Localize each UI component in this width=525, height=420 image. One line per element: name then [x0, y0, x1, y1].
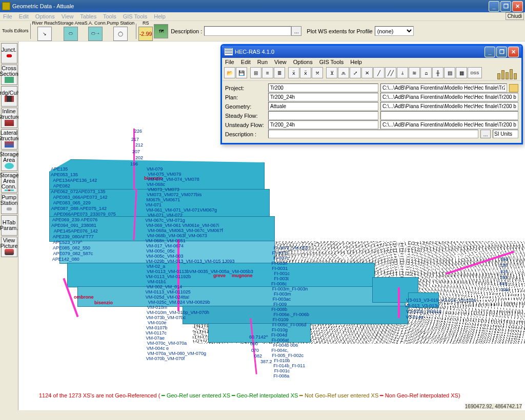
brdg-culv-button[interactable]: Brdg/Culv. — [1, 86, 17, 107]
hecras-maximize-button[interactable]: ❐ — [496, 47, 507, 57]
sa-label: FI-0109 — [273, 317, 289, 322]
chiudi-button[interactable]: Chiudi — [506, 12, 524, 20]
geometry-name-input[interactable] — [268, 102, 378, 111]
menu-tables[interactable]: Tables — [80, 13, 96, 19]
hr-menu-view[interactable]: View — [274, 59, 287, 65]
sa-label: VM-068b_VM-063f_VM-0673 — [147, 233, 207, 238]
prop-button[interactable]: ≋ — [409, 67, 420, 78]
inline-structure-button[interactable]: Inline Structure — [1, 108, 17, 128]
plan-path-input[interactable] — [380, 93, 518, 101]
unsteady-button[interactable]: ≣ — [274, 67, 285, 78]
map-button[interactable]: 🗺 — [154, 24, 168, 38]
menu-view[interactable]: View — [62, 13, 74, 19]
storage-area-side-button[interactable]: Storage Area — [1, 151, 17, 171]
storage-area-button[interactable]: ⬭ — [64, 27, 78, 41]
steady-name-input[interactable] — [268, 111, 378, 120]
sum-table-button[interactable]: ▤ — [444, 67, 455, 78]
view-picture-button[interactable]: View Picture — [1, 237, 17, 257]
hecras-icon — [225, 48, 233, 55]
description-more-button[interactable]: ... — [291, 26, 301, 36]
hr-menu-run[interactable]: Run — [257, 59, 268, 65]
hecras-close-button[interactable]: ✕ — [508, 47, 519, 57]
run1-button[interactable]: ẍ — [288, 67, 299, 78]
sa-conn-label: S.A. Conn. — [85, 21, 107, 26]
open-button[interactable]: 📂 — [224, 67, 235, 78]
sa-label: VM-070b_VM-070f — [146, 356, 185, 361]
rs-button[interactable]: -2.99 — [138, 27, 153, 41]
rating-button[interactable]: ⤢ — [350, 67, 361, 78]
project-path-input[interactable] — [380, 83, 507, 92]
menu-options[interactable]: Options — [35, 13, 55, 19]
desc-more-button[interactable]: ... — [480, 130, 491, 138]
hr-menu-file[interactable]: File — [225, 59, 234, 65]
pump-station-button[interactable]: ◯ — [113, 27, 128, 41]
p1-button[interactable]: ╱ — [373, 67, 385, 78]
hecras-minimize-button[interactable]: _ — [484, 47, 495, 57]
folder-icon[interactable] — [509, 84, 518, 92]
plan-name-input[interactable] — [268, 93, 378, 101]
profile-plot-button[interactable]: ⩕ — [338, 67, 349, 78]
prop2-button[interactable]: ⩍ — [420, 67, 432, 78]
sa-label: APE079_082_587c — [53, 251, 93, 256]
description-input[interactable] — [204, 26, 291, 36]
sa-label: V3-013_V3-013v — [405, 303, 439, 308]
unsteady-label: Unsteady Flow: — [225, 122, 266, 128]
sa-label: VM-070a_VM-080_VM-070g — [147, 351, 206, 356]
sa-label: VM-070c_VM-070a — [147, 341, 187, 346]
dss-button[interactable]: DSS — [468, 67, 482, 78]
storage-area-conn-icon — [5, 190, 14, 191]
maximize-button[interactable]: ❐ — [500, 1, 511, 12]
geom-button[interactable]: ⊞ — [250, 67, 261, 78]
hr-menu-help[interactable]: Help — [350, 59, 362, 65]
xyz-button[interactable]: ✕ — [361, 67, 373, 78]
sa-label: VM-071 — [146, 202, 162, 207]
desc-label: Description : — [225, 131, 266, 137]
junct-button[interactable]: Junct. — [1, 43, 17, 64]
sa-label: APE053_135 — [51, 172, 78, 177]
sa-label: VM-004c e — [147, 346, 169, 351]
xs-plot-button[interactable]: ⊻ — [326, 67, 337, 78]
menu-file[interactable]: File — [3, 13, 12, 19]
cross-section-button[interactable]: Cross Section — [1, 65, 17, 85]
desc-input[interactable] — [268, 130, 478, 138]
coords-readout: 1690472.92, 4864742.17 — [465, 404, 522, 409]
unsteady-path-input[interactable] — [380, 120, 518, 129]
sa-label: VM-0113_VM-011025 — [146, 289, 191, 295]
storage-area-conn-button[interactable]: Storage Area Conn. — [1, 172, 17, 193]
river-reach-button[interactable]: ↘ — [37, 27, 52, 41]
hydrograph-button[interactable]: ⫰ — [397, 67, 408, 78]
hr-menu-options[interactable]: Options — [293, 59, 313, 65]
hecras-titlebar[interactable]: HEC-RAS 4.1.0 _ ❐ ✕ — [222, 46, 521, 58]
htab-param-button[interactable]: HTab Param. — [1, 215, 17, 236]
p2-button[interactable]: ╱╱ — [385, 67, 396, 78]
plot-ws-select[interactable]: (none) — [375, 26, 414, 36]
unsteady-name-input[interactable] — [268, 120, 378, 129]
project-name-input[interactable] — [268, 83, 378, 92]
pump-station-side-button[interactable]: Pump Station — [1, 194, 17, 214]
sa-label: VM-068a_VM063_VM-067c_VM067f — [148, 228, 223, 233]
run3-button[interactable]: ⤱ — [312, 67, 323, 78]
hr-menu-edit[interactable]: Edit — [241, 59, 251, 65]
menu-tools[interactable]: Tools — [103, 13, 116, 19]
geometry-path-input[interactable] — [380, 102, 518, 111]
menu-gistools[interactable]: GIS Tools — [123, 13, 148, 19]
sa-label: 026 — [500, 263, 508, 268]
close-button[interactable]: ✕ — [512, 1, 523, 12]
tools-editors-label: Tools Editors — [2, 29, 29, 33]
steady-path-input[interactable] — [380, 111, 518, 120]
geom-menubar: File Edit Options View Tables Tools GIS … — [0, 12, 525, 21]
run2-button[interactable]: ẍ — [300, 67, 311, 78]
lateral-structure-button[interactable]: Lateral Structure — [1, 129, 17, 150]
sa-label: VM-0117c — [146, 330, 167, 335]
minimize-button[interactable]: _ — [489, 1, 499, 12]
menu-edit[interactable]: Edit — [19, 13, 29, 19]
hyd-table-button[interactable]: ╫ — [432, 67, 443, 78]
steady-button[interactable]: ≡ — [262, 67, 273, 78]
pump-station-label: Pump Station — [107, 21, 134, 26]
hr-menu-gistools[interactable]: GIS Tools — [319, 59, 344, 65]
menu-help[interactable]: Help — [154, 13, 166, 19]
inline-structure-icon — [5, 120, 14, 126]
sa-conn-button[interactable]: ⬭→ — [88, 27, 103, 41]
sum2-table-button[interactable]: ▦ — [456, 67, 467, 78]
save-button[interactable]: 💾 — [236, 67, 247, 78]
